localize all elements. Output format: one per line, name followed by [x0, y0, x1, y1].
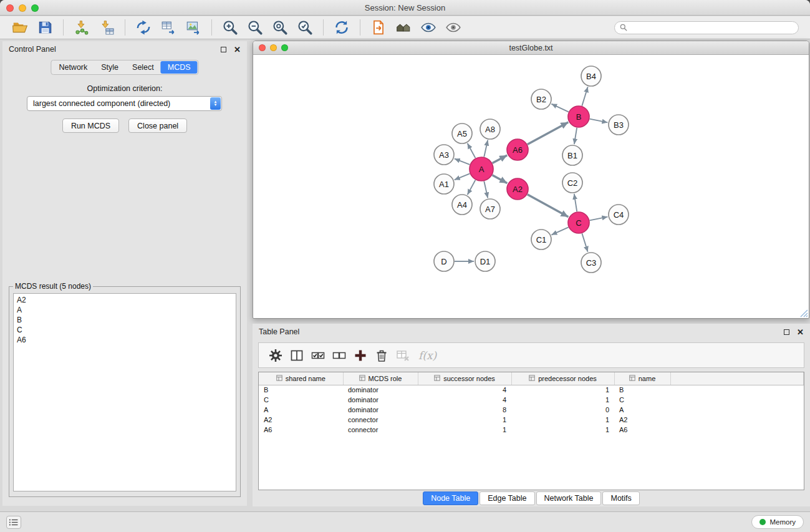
export-table-icon[interactable]: [159, 18, 178, 37]
graph-edge-C-C2[interactable]: [574, 194, 577, 211]
network-graph[interactable]: AA2A6BCA1A3A4A5A7A8B1B2B3B4C1C2C3C4DD1: [254, 56, 808, 317]
select-all-icon[interactable]: [309, 347, 327, 364]
toggle-column-icon[interactable]: [288, 347, 306, 364]
column-header-predecessor-nodes[interactable]: predecessor nodes: [511, 372, 614, 385]
graph-node-A3[interactable]: A3: [434, 145, 454, 165]
tab-motifs[interactable]: Motifs: [602, 491, 639, 505]
graph-edge-B-B3[interactable]: [590, 119, 608, 123]
graph-edge-A-A4[interactable]: [468, 180, 476, 195]
graph-edge-A-A6[interactable]: [493, 155, 508, 163]
optimization-dropdown[interactable]: largest connected component (directed) ▲…: [27, 96, 222, 111]
open-session-icon[interactable]: [11, 18, 29, 37]
network-canvas[interactable]: AA2A6BCA1A3A4A5A7A8B1B2B3B4C1C2C3C4DD1: [254, 56, 808, 317]
tab-edge-table[interactable]: Edge Table: [480, 491, 534, 505]
table-cell[interactable]: 1: [511, 425, 614, 435]
mcds-result-list[interactable]: A2ABCA6: [13, 293, 236, 491]
graph-node-B[interactable]: B: [568, 106, 589, 127]
graph-node-A[interactable]: A: [470, 157, 493, 181]
run-mcds-button[interactable]: Run MCDS: [62, 118, 119, 133]
memory-button[interactable]: Memory: [751, 515, 804, 529]
delete-column-icon[interactable]: [373, 347, 390, 364]
table-cell[interactable]: 1: [511, 385, 614, 395]
tab-style[interactable]: Style: [94, 61, 125, 74]
settings-gear-icon[interactable]: [267, 347, 284, 364]
search-input[interactable]: [630, 22, 793, 32]
graph-node-A5[interactable]: A5: [452, 123, 472, 143]
column-header-MCDS-role[interactable]: MCDS role: [343, 372, 418, 385]
export-network-icon[interactable]: [134, 18, 153, 37]
graph-node-D[interactable]: D: [434, 251, 454, 271]
deselect-all-icon[interactable]: [330, 347, 348, 364]
graph-node-B3[interactable]: B3: [609, 115, 629, 135]
table-row[interactable]: Bdominator41B: [259, 385, 804, 395]
table-cell[interactable]: 1: [511, 395, 614, 405]
graph-edge-A-A1[interactable]: [455, 173, 470, 180]
search-field[interactable]: [614, 21, 799, 34]
zoom-window-button[interactable]: [31, 4, 39, 12]
graph-node-C4[interactable]: C4: [609, 205, 629, 225]
table-cell[interactable]: A: [614, 405, 670, 415]
mcds-result-item[interactable]: A: [14, 305, 236, 315]
float-table-panel-icon[interactable]: [784, 329, 789, 335]
table-cell[interactable]: 1: [418, 415, 511, 425]
apply-layout-icon[interactable]: [332, 18, 351, 37]
table-cell[interactable]: dominator: [343, 385, 418, 395]
birds-eye-icon[interactable]: [444, 18, 463, 37]
graph-node-A1[interactable]: A1: [434, 174, 454, 194]
mcds-result-item[interactable]: A6: [14, 335, 236, 345]
tab-network-table[interactable]: Network Table: [536, 491, 602, 505]
graph-node-B1[interactable]: B1: [562, 145, 582, 165]
table-cell[interactable]: 0: [511, 405, 614, 415]
import-table-icon[interactable]: [97, 18, 116, 37]
graph-edge-A2-C[interactable]: [528, 195, 569, 217]
graph-edge-B-B1[interactable]: [574, 128, 577, 144]
graph-node-B4[interactable]: B4: [581, 66, 601, 86]
table-cell[interactable]: connector: [343, 415, 418, 425]
export-image-icon[interactable]: [184, 18, 203, 37]
table-cell[interactable]: B: [259, 385, 343, 395]
mcds-result-item[interactable]: C: [14, 325, 236, 335]
table-cell[interactable]: A6: [259, 425, 343, 435]
zoom-selected-icon[interactable]: [296, 18, 314, 37]
graph-edge-B-B4[interactable]: [582, 87, 587, 106]
tab-select[interactable]: Select: [125, 61, 161, 74]
home-icon[interactable]: [394, 18, 413, 37]
network-window-titlebar[interactable]: testGlobe.txt: [253, 41, 809, 55]
graph-node-A6[interactable]: A6: [507, 139, 528, 160]
graph-edge-A-A5[interactable]: [468, 143, 476, 158]
graph-node-A8[interactable]: A8: [480, 119, 500, 139]
graph-node-A4[interactable]: A4: [452, 195, 472, 215]
mcds-result-item[interactable]: B: [14, 315, 236, 325]
tab-node-table[interactable]: Node Table: [423, 491, 478, 505]
tab-mcds[interactable]: MCDS: [161, 61, 198, 74]
status-menu-button[interactable]: [6, 516, 21, 529]
graphics-details-icon[interactable]: [419, 18, 438, 37]
graph-edge-A6-B[interactable]: [528, 122, 569, 144]
table-cell[interactable]: 8: [418, 405, 511, 415]
zoom-network-window-button[interactable]: [281, 44, 288, 51]
graph-edge-A-A3[interactable]: [455, 158, 470, 164]
column-header-name[interactable]: name: [614, 372, 670, 385]
graph-node-C3[interactable]: C3: [581, 253, 601, 273]
table-cell[interactable]: 1: [418, 425, 511, 435]
column-header-shared-name[interactable]: shared name: [259, 372, 343, 385]
graph-node-C2[interactable]: C2: [562, 173, 582, 193]
table-cell[interactable]: C: [614, 395, 670, 405]
add-column-icon[interactable]: [352, 347, 369, 364]
column-header-successor-nodes[interactable]: successor nodes: [418, 372, 511, 385]
graph-node-A7[interactable]: A7: [480, 199, 500, 219]
table-row[interactable]: Adominator80A: [259, 405, 804, 415]
table-cell[interactable]: A2: [614, 415, 670, 425]
tab-network[interactable]: Network: [52, 61, 94, 74]
close-window-button[interactable]: [6, 4, 14, 12]
close-table-panel-icon[interactable]: ✕: [797, 328, 804, 336]
table-cell[interactable]: dominator: [343, 395, 418, 405]
table-cell[interactable]: 4: [418, 385, 511, 395]
close-network-window-button[interactable]: [259, 44, 266, 51]
resize-grip-icon[interactable]: [799, 309, 808, 317]
table-cell[interactable]: connector: [343, 425, 418, 435]
graph-node-C[interactable]: C: [568, 212, 589, 233]
open-file-icon[interactable]: [369, 18, 388, 37]
graph-node-D1[interactable]: D1: [475, 251, 495, 271]
float-panel-icon[interactable]: [221, 47, 226, 52]
